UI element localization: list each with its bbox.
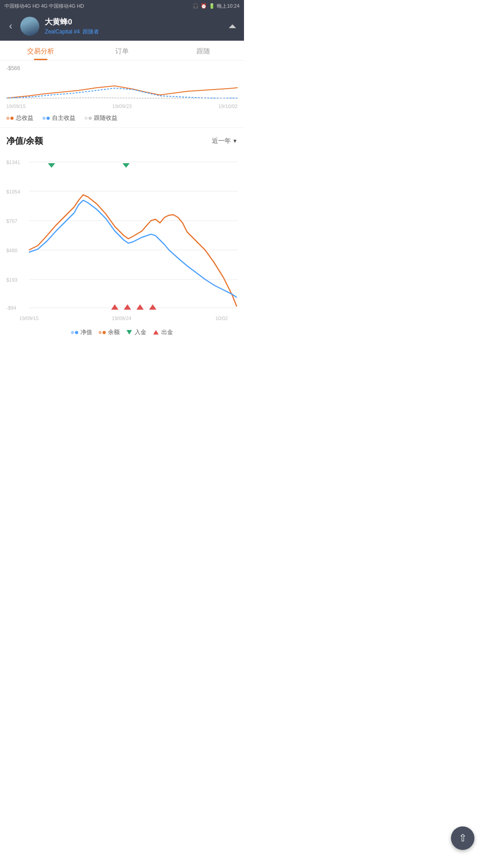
svg-marker-1: [127, 330, 132, 335]
follower-link[interactable]: 跟随者: [83, 28, 99, 35]
svg-marker-2: [153, 330, 159, 335]
legend-follow-dots: [84, 117, 92, 120]
legend-deposit: 入金: [126, 328, 146, 336]
x-label-2: 19/10/02: [218, 104, 238, 109]
main-chart-container: $1341 $1054 $767 $480 $193 -$94 19/09/15…: [0, 151, 244, 324]
deposit-marker-2: [122, 163, 130, 168]
legend-net: 净值: [71, 328, 92, 336]
tab-follow[interactable]: 跟随: [163, 41, 244, 60]
status-bar: 中国移动4G HD 4G 中国移动4G HD 🎧 ⏰ 🔋 晚上10:24: [0, 0, 244, 12]
net-section-title: 净值/余额: [6, 135, 43, 147]
net-dot2: [75, 331, 78, 334]
y-label-767: $767: [6, 218, 17, 224]
tab-order[interactable]: 订单: [81, 41, 163, 60]
balance-dot1: [99, 331, 102, 334]
dot3: [42, 117, 46, 120]
withdraw-marker-1: [111, 304, 118, 310]
battery-icon: 🔋: [209, 3, 215, 9]
deposit-marker-1: [48, 163, 55, 168]
back-button[interactable]: ‹: [6, 19, 15, 33]
legend-withdraw: 出金: [153, 328, 173, 336]
filter-dropdown[interactable]: 近一年 ▼: [212, 137, 238, 145]
carrier-text: 中国移动4G HD 4G 中国移动4G HD: [5, 3, 84, 9]
capital-label: ZealCapital #4: [45, 28, 80, 35]
net-section-header: 净值/余额 近一年 ▼: [0, 128, 244, 151]
net-line: [29, 200, 237, 297]
legend-total-label: 总收益: [16, 114, 33, 122]
user-sub: ZealCapital #4 跟随者: [45, 28, 222, 36]
x-label-date-1: 19/09/15: [19, 316, 39, 321]
withdraw-triangle-icon: [153, 329, 159, 335]
top-chart-area: -$566 19/09/15 19/09/23 19/10/02: [0, 61, 244, 110]
top-chart-x-labels: 19/09/15 19/09/23 19/10/02: [6, 102, 238, 111]
tab-trade[interactable]: 交易分析: [0, 41, 81, 60]
top-legend: 总收益 自主收益 跟随收益: [0, 110, 244, 128]
dot6: [89, 117, 92, 120]
dot5: [84, 117, 88, 120]
user-name: 大黄蜂0: [45, 17, 222, 27]
top-chart-y-label: -$566: [6, 65, 238, 71]
y-label-480: $480: [6, 248, 17, 253]
legend-deposit-label: 入金: [135, 328, 146, 336]
x-label-1: 19/09/23: [113, 104, 132, 109]
x-label-date-3: 10/02: [215, 316, 228, 321]
legend-balance-dots: [99, 331, 106, 334]
balance-dot2: [103, 331, 106, 334]
avatar: [20, 17, 39, 36]
header-info: 大黄蜂0 ZealCapital #4 跟随者: [45, 17, 222, 36]
main-chart-svg: $1341 $1054 $767 $480 $193 -$94 19/09/15…: [6, 151, 238, 322]
dot1: [6, 117, 9, 120]
header: ‹ 大黄蜂0 ZealCapital #4 跟随者 ⏶: [0, 12, 244, 41]
bottom-legend: 净值 余额 入金 出金: [0, 324, 244, 344]
deposit-triangle-icon: [126, 329, 132, 335]
balance-line: [29, 195, 237, 307]
dot4: [47, 117, 50, 120]
alarm-icon: ⏰: [201, 3, 207, 9]
chevron-down-icon: ▼: [232, 138, 238, 144]
x-label-0: 19/09/15: [6, 104, 26, 109]
y-label-neg94: -$94: [6, 305, 16, 311]
y-label-1054: $1054: [6, 189, 20, 194]
x-label-date-2: 19/09/24: [112, 316, 131, 321]
withdraw-marker-2: [124, 304, 131, 310]
dot2: [10, 117, 14, 120]
withdraw-marker-3: [136, 304, 144, 310]
legend-total: 总收益: [6, 114, 33, 122]
legend-withdraw-label: 出金: [161, 328, 173, 336]
tabs-bar: 交易分析 订单 跟随: [0, 41, 244, 61]
legend-self: 自主收益: [42, 114, 75, 122]
status-right: 🎧 ⏰ 🔋 晚上10:24: [192, 3, 239, 9]
legend-balance-label: 余额: [108, 328, 120, 336]
withdraw-marker-4: [149, 304, 156, 310]
legend-net-dots: [71, 331, 78, 334]
share-button[interactable]: ⏶: [228, 20, 238, 32]
time-display: 晚上10:24: [217, 3, 239, 9]
net-dot1: [71, 331, 74, 334]
status-left: 中国移动4G HD 4G 中国移动4G HD: [5, 3, 84, 9]
legend-follow-label: 跟随收益: [94, 114, 117, 122]
top-chart-svg: [6, 73, 238, 100]
legend-self-label: 自主收益: [52, 114, 75, 122]
legend-follow: 跟随收益: [84, 114, 117, 122]
y-label-193: $193: [6, 277, 17, 283]
legend-total-dots: [6, 117, 14, 120]
legend-net-label: 净值: [80, 328, 92, 336]
headphone-icon: 🎧: [192, 3, 199, 9]
legend-self-dots: [42, 117, 50, 120]
filter-label: 近一年: [212, 137, 231, 145]
legend-balance: 余额: [99, 328, 120, 336]
y-label-1341: $1341: [6, 160, 20, 165]
